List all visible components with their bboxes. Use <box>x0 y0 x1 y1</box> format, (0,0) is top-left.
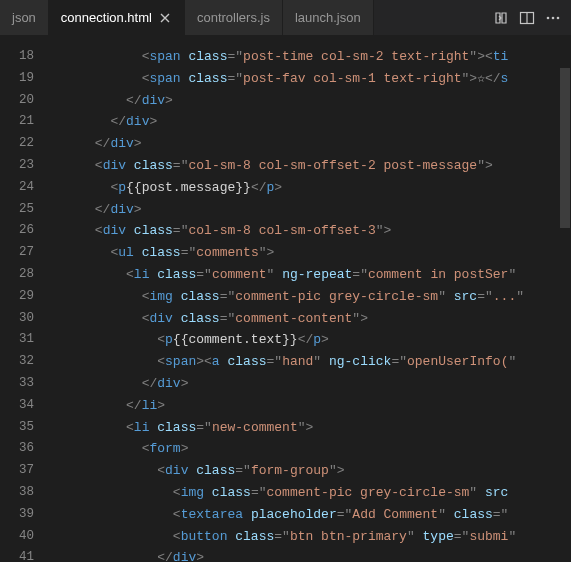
code-line: <div class="col-sm-8 col-sm-offset-2 pos… <box>48 155 571 177</box>
code-line: <div class="form-group"> <box>48 460 571 482</box>
code-line: </div> <box>48 547 571 562</box>
tab-label: launch.json <box>295 10 361 25</box>
line-number: 20 <box>0 90 48 112</box>
code-line: <ul class="comments"> <box>48 242 571 264</box>
line-number: 23 <box>0 155 48 177</box>
line-number: 29 <box>0 286 48 308</box>
line-number: 39 <box>0 504 48 526</box>
code-line: <span><a class="hand" ng-click="openUser… <box>48 351 571 373</box>
svg-point-3 <box>552 16 555 19</box>
line-number: 38 <box>0 482 48 504</box>
code-line: <span class="post-fav col-sm-1 text-righ… <box>48 68 571 90</box>
line-number-gutter: 18 19 20 21 22 23 24 25 26 27 28 29 30 3… <box>0 36 48 562</box>
line-number: 19 <box>0 68 48 90</box>
code-line: </div> <box>48 90 571 112</box>
line-number: 22 <box>0 133 48 155</box>
tab-controllers-js[interactable]: controllers.js <box>185 0 283 35</box>
line-number: 35 <box>0 417 48 439</box>
scrollbar-thumb[interactable] <box>560 68 570 228</box>
code-line: <div class="col-sm-8 col-sm-offset-3"> <box>48 220 571 242</box>
code-line: <li class="new-comment"> <box>48 417 571 439</box>
editor-area[interactable]: 18 19 20 21 22 23 24 25 26 27 28 29 30 3… <box>0 36 571 562</box>
code-line: </div> <box>48 373 571 395</box>
code-line: <form> <box>48 438 571 460</box>
line-number: 33 <box>0 373 48 395</box>
tab-bar: json connection.html controllers.js laun… <box>0 0 571 36</box>
tab-actions <box>483 0 571 35</box>
code-line: <p{{post.message}}</p> <box>48 177 571 199</box>
line-number: 34 <box>0 395 48 417</box>
line-number: 41 <box>0 547 48 562</box>
line-number: 24 <box>0 177 48 199</box>
code-line: <img class="comment-pic grey-circle-sm" … <box>48 482 571 504</box>
line-number: 21 <box>0 111 48 133</box>
line-number: 36 <box>0 438 48 460</box>
vertical-scrollbar[interactable] <box>559 36 571 562</box>
svg-point-4 <box>557 16 560 19</box>
code-line: <img class="comment-pic grey-circle-sm" … <box>48 286 571 308</box>
code-line: <button class="btn btn-primary" type="su… <box>48 526 571 548</box>
more-actions-icon[interactable] <box>545 10 561 26</box>
line-number: 32 <box>0 351 48 373</box>
line-number: 26 <box>0 220 48 242</box>
code-line: </div> <box>48 199 571 221</box>
line-number: 30 <box>0 308 48 330</box>
close-icon[interactable] <box>158 11 172 25</box>
tab-label: connection.html <box>61 10 152 25</box>
svg-point-2 <box>547 16 550 19</box>
line-number: 28 <box>0 264 48 286</box>
tab-label: json <box>12 10 36 25</box>
line-number: 31 <box>0 329 48 351</box>
compare-changes-icon[interactable] <box>493 10 509 26</box>
code-line: <span class="post-time col-sm-2 text-rig… <box>48 46 571 68</box>
tab-connection-html[interactable]: connection.html <box>49 0 185 35</box>
line-number: 25 <box>0 199 48 221</box>
code-line: </li> <box>48 395 571 417</box>
line-number: 27 <box>0 242 48 264</box>
tab-json[interactable]: json <box>0 0 49 35</box>
tab-launch-json[interactable]: launch.json <box>283 0 374 35</box>
code-line: </div> <box>48 133 571 155</box>
code-line: </div> <box>48 111 571 133</box>
code-line: <li class="comment" ng-repeat="comment i… <box>48 264 571 286</box>
split-editor-icon[interactable] <box>519 10 535 26</box>
line-number: 18 <box>0 46 48 68</box>
code-content[interactable]: <span class="post-time col-sm-2 text-rig… <box>48 36 571 562</box>
line-number: 37 <box>0 460 48 482</box>
line-number: 40 <box>0 526 48 548</box>
code-line: <p{{comment.text}}</p> <box>48 329 571 351</box>
code-line: <div class="comment-content"> <box>48 308 571 330</box>
tab-label: controllers.js <box>197 10 270 25</box>
code-line: <textarea placeholder="Add Comment" clas… <box>48 504 571 526</box>
